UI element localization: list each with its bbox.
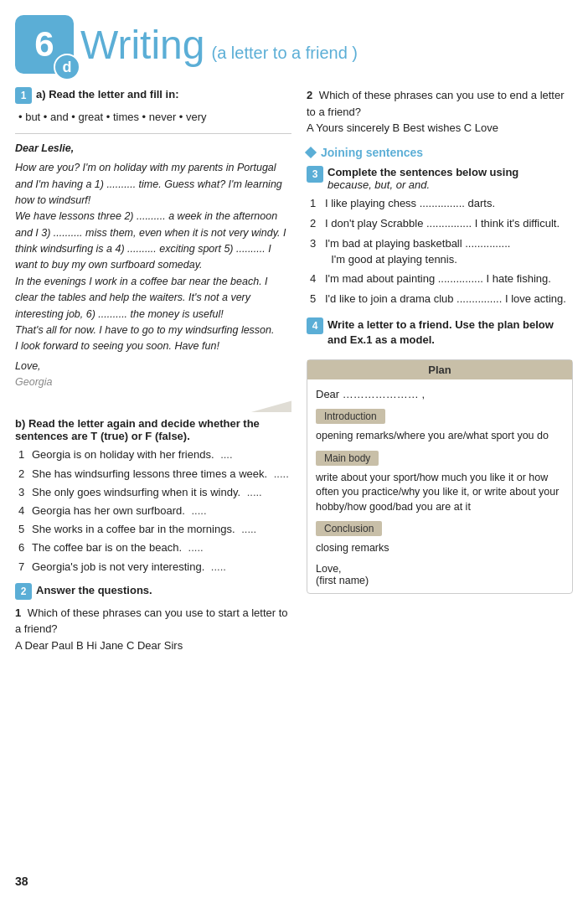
sub-badge: d [54,54,80,80]
title-subtitle: (a letter to a friend ) [211,44,358,63]
title-writing: Writing [80,22,204,68]
section1-num: 1 [15,87,32,104]
plan-mainbody-content: write about your sport/how much you like… [307,469,572,519]
right-column: 2 Which of these phrases can you use to … [307,87,573,663]
divider1 [15,133,291,134]
list-item: 1 Georgia is on holiday with her friends… [18,447,291,462]
section4-header: 4 Write a letter to a friend. Use the pl… [307,317,573,354]
plan-box: Plan Dear ………………… , Introduction opening… [307,359,573,594]
plan-closing: Love, (first name) [307,560,572,586]
list-item: 3 She only goes windsurfing when it is w… [18,485,291,500]
main-content: 1 a) Read the letter and fill in: • but … [15,87,573,663]
sub-letter: d [63,59,72,76]
section3-subtext: because, but, or and. [328,178,430,191]
section3-header: 3 Complete the sentences below using bec… [307,166,573,191]
list-item: 4 Georgia has her own surfboard. ..... [18,503,291,519]
section3-instruction: Complete the sentences below using [328,166,518,178]
list-item: 5 She works in a coffee bar in the morni… [18,522,291,537]
section2-header: 2 Answer the questions. [15,583,291,600]
section4: 4 Write a letter to a friend. Use the pl… [307,317,573,594]
q2-text1: Which of these phrases can you use to st… [15,606,288,636]
page: 6 d Writing (a letter to a friend ) 1 a)… [0,0,588,898]
section2-instruction: Answer the questions. [36,583,152,598]
section1-instruction: a) Read the letter and fill in: [36,87,178,102]
plan-title: Plan [307,360,572,379]
title-block: Writing (a letter to a friend ) [80,22,358,68]
unit-number: 6 [34,24,54,65]
section3-list: 1 I like playing chess ............... d… [310,196,573,307]
q2-block2: 2 Which of these phrases can you use to … [307,87,573,134]
letter: Dear Leslie, How are you? I'm on holiday… [15,141,291,391]
list-item: 3 I'm bad at playing basketball ........… [310,236,573,268]
section2-num: 2 [15,583,32,600]
list-item: 2 I don't play Scrabble ............... … [310,216,573,232]
q2-block1: 1 Which of these phrases can you use to … [15,605,291,652]
list-item: 2 She has windsurfing lessons three time… [18,467,291,482]
page-header: 6 d Writing (a letter to a friend ) [15,15,573,74]
list-item: 5 I'd like to join a drama club ........… [310,292,573,307]
plan-dear: Dear ………………… , [307,384,572,405]
q2-text2: Which of these phrases can you use to en… [307,89,565,118]
part-b-header: b) Read the letter again and decide whet… [15,417,291,442]
section1-bullets: • but • and • great • times • never • ve… [18,109,291,126]
joining-title: Joining sentences [321,146,423,159]
letter-closing: Love, [15,359,291,374]
plan-conclusion-content: closing remarks [307,539,572,560]
section1-header: 1 a) Read the letter and fill in: [15,87,291,104]
section3-num: 3 [307,166,323,183]
letter-body: How are you? I'm on holiday with my pare… [15,160,291,355]
plan-intro-content: opening remarks/where you are/what sport… [307,427,572,447]
part-b-list: 1 Georgia is on holiday with her friends… [18,447,291,574]
plan-conclusion-label: Conclusion [307,518,572,539]
letter-signature: Georgia [15,374,291,390]
q2-options1: A Dear Paul B Hi Jane C Dear Sirs [15,639,291,652]
list-item: 1 I like playing chess ............... d… [310,196,573,212]
part-b-instruction: b) Read the letter again and decide whet… [15,417,260,442]
joining-header: Joining sentences [307,146,573,159]
letter-salutation: Dear Leslie, [15,141,291,157]
list-item: 7 Georgia's job is not very interesting.… [18,560,291,575]
list-item: 6 The coffee bar is on the beach. ..... [18,540,291,555]
unit-badge: 6 d [15,15,74,74]
page-number: 38 [15,875,28,888]
section2: 2 Answer the questions. 1 Which of these… [15,583,291,652]
diamond-icon [305,147,317,158]
left-column: 1 a) Read the letter and fill in: • but … [15,87,291,663]
list-item: 4 I'm mad about painting ...............… [310,271,573,287]
section4-num: 4 [307,317,323,334]
section3: 3 Complete the sentences below using bec… [307,166,573,307]
section4-instruction: Write a letter to a friend. Use the plan… [328,317,573,348]
plan-mainbody-label: Main body [307,447,572,469]
q2-options2: A Yours sincerely B Best wishes C Love [307,121,573,134]
plan-intro-label: Introduction [307,405,572,427]
